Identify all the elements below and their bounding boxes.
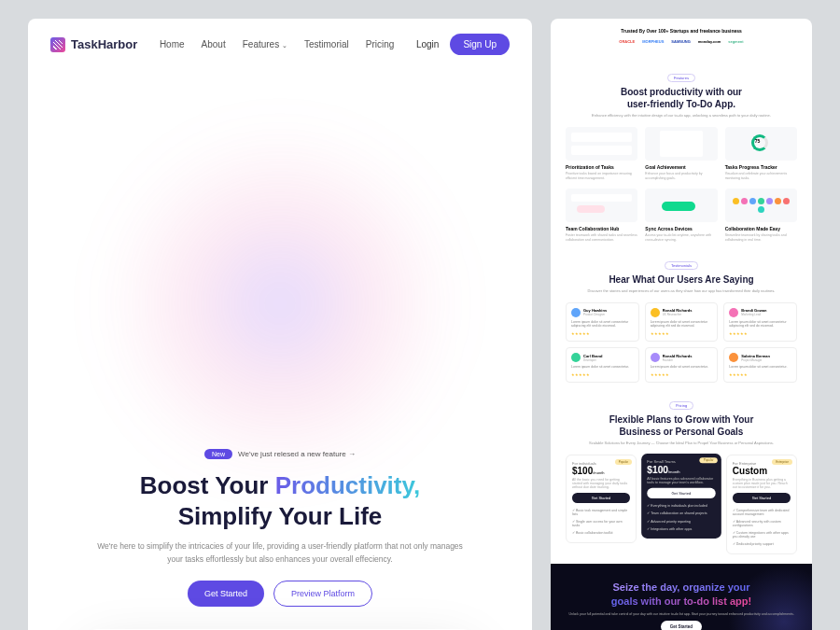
nav-testimonial[interactable]: Testimorial: [304, 39, 349, 49]
plan-team[interactable]: Popular For Small Teams $100/month All b…: [641, 454, 721, 539]
testimonial-card: Sabrina BermanProject ManagerLorem ipsum…: [723, 347, 797, 383]
feature-card: 75Tasks Progress TrackerVisualize and ce…: [725, 127, 797, 181]
cta-title: Seize the day, organize your goals with …: [566, 581, 797, 608]
sp-logo-morpheus: MORPHEUS: [642, 39, 664, 44]
badge-pill: New: [204, 449, 232, 459]
cta-button[interactable]: Get Started: [661, 621, 702, 630]
hero-subtitle: We're here to simplify the intricacies o…: [93, 540, 467, 566]
plan-button[interactable]: Get Started: [572, 493, 630, 503]
pricing-plans: Popular For individuals $100/month All t…: [566, 455, 797, 554]
get-started-button[interactable]: Get Started: [188, 581, 264, 607]
top-nav: TaskHarbor Home About Features ⌄ Testimo…: [28, 19, 532, 70]
nav-links: Home About Features ⌄ Testimorial Pricin…: [160, 39, 394, 49]
sp-features-title: Boost productivity with ouruser-friendly…: [566, 86, 797, 110]
nav-home[interactable]: Home: [160, 39, 185, 49]
hero-title: Boost Your Productivity, Simplify Your L…: [65, 470, 495, 531]
nav-about[interactable]: About: [202, 39, 226, 49]
hero-gradient-bg: [103, 126, 457, 481]
sp-pricing-sub: Scalable Solutions for Every Journey — C…: [566, 441, 797, 445]
sp-logo-segment: segment: [728, 39, 743, 44]
plan-button[interactable]: Get Started: [647, 488, 715, 498]
plan-badge: Popular: [700, 457, 718, 463]
features-grid: Prioritization of TasksPrioritize tasks …: [566, 127, 797, 243]
testimonial-card: Ronald RichardsFounderLorem ipsum dolor …: [645, 347, 719, 383]
plan-individual[interactable]: Popular For individuals $100/month All t…: [566, 455, 637, 543]
plan-button[interactable]: Get Started: [733, 493, 791, 503]
brand-logo[interactable]: TaskHarbor: [50, 37, 137, 52]
sp-testimonials-pill: Testimonials: [665, 261, 698, 270]
signup-button[interactable]: Sign Up: [450, 34, 510, 55]
testimonial-card: Carl BrandDeveloperLorem ipsum dolor sit…: [566, 347, 639, 383]
feature-card: Goal AchievementEnhance your focus and p…: [645, 127, 717, 181]
sp-pricing-title: Flexible Plans to Grow with YourBusiness…: [566, 413, 797, 438]
feature-card: Collaboration Made EasyStreamline teamwo…: [725, 189, 797, 243]
sp-trusted-title: Trusted By Over 100+ Startups and freela…: [566, 28, 797, 34]
cta-sub: Unlock your full potential and take cont…: [566, 612, 797, 616]
testimonial-card: Ronald RichardsUX ResearcherLorem ipsum …: [645, 302, 719, 343]
sp-testimonials-title: Hear What Our Users Are Saying: [566, 273, 797, 286]
avatar-grid: [729, 192, 793, 218]
nav-pricing[interactable]: Pricing: [366, 39, 395, 49]
main-landing-panel: TaskHarbor Home About Features ⌄ Testimo…: [28, 19, 532, 630]
nav-right: Login Sign Up: [416, 34, 510, 55]
preview-button[interactable]: Preview Platform: [273, 581, 372, 607]
sp-testimonials-sub: Discover the stories and experiences of …: [566, 288, 797, 293]
feature-card: Team Collaboration HubFoster teamwork wi…: [566, 189, 637, 243]
sp-features-sub: Enhance efficiency with the intuitive de…: [566, 113, 797, 118]
chevron-down-icon: ⌄: [282, 42, 287, 49]
testimonial-card: Brandi GowanMarketing LeadLorem ipsum do…: [723, 302, 797, 343]
sp-logo-samsung: SAMSUNG: [671, 39, 690, 44]
sp-features-pill: Features: [667, 74, 695, 82]
login-link[interactable]: Login: [416, 39, 439, 49]
plan-badge: Popular: [615, 459, 632, 465]
testimonials-grid: Guy HawkinsProduct DesignerLorem ipsum d…: [566, 302, 797, 384]
badge-text: We've just relesed a new feature →: [238, 450, 356, 458]
plan-enterprise[interactable]: Enterprise For Enterprise Custom Everyth…: [726, 455, 797, 554]
sp-logo-monday: monday.com: [698, 39, 721, 44]
plan-badge: Enterprise: [772, 459, 792, 465]
sp-pricing-pill: Pricing: [669, 401, 693, 410]
logo-icon: [50, 37, 65, 52]
testimonial-card: Guy HawkinsProduct DesignerLorem ipsum d…: [566, 302, 639, 343]
feature-card: Prioritization of TasksPrioritize tasks …: [566, 127, 637, 181]
nav-features[interactable]: Features ⌄: [243, 39, 287, 49]
side-overview-panel: Trusted By Over 100+ Startups and freela…: [551, 19, 812, 630]
hero-buttons: Get Started Preview Platform: [65, 581, 495, 607]
cta-section: Seize the day, organize your goals with …: [551, 564, 812, 630]
announcement-badge[interactable]: New We've just relesed a new feature →: [204, 449, 356, 459]
brand-name: TaskHarbor: [71, 37, 137, 51]
feature-card: Sync Across DevicesAccess your to-do lis…: [645, 189, 717, 243]
sp-logo-oracle: ORACLE: [619, 39, 635, 44]
hero-section: New We've just relesed a new feature → B…: [28, 70, 532, 630]
